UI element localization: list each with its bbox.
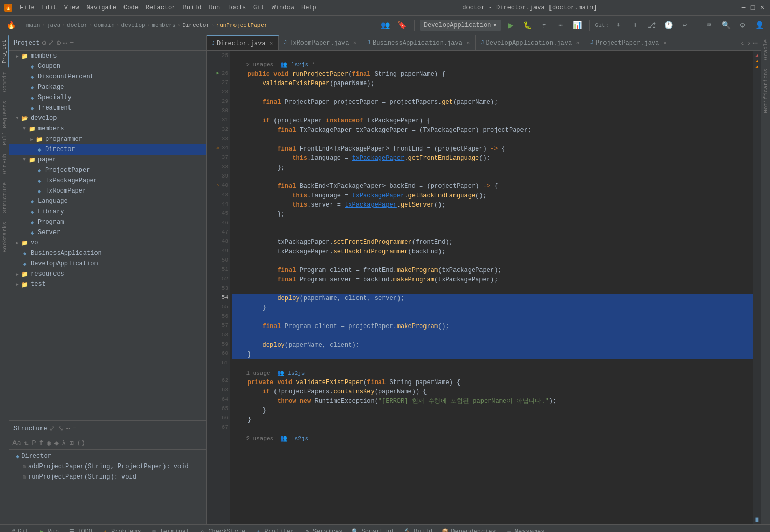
tree-item-businessapp[interactable]: ◆ BusinessApplication bbox=[9, 248, 206, 258]
bottom-tool-build[interactable]: 🔨 Build bbox=[400, 527, 436, 533]
toolbar-people-icon[interactable]: 👥 bbox=[379, 19, 392, 32]
breadcrumb-develop[interactable]: develop bbox=[121, 22, 145, 29]
more-run-button[interactable]: ⋯ bbox=[554, 19, 568, 32]
git-push-button[interactable]: ⬆ bbox=[628, 19, 642, 32]
tab-txroompaper-java[interactable]: J TxRoomPaper.java × bbox=[279, 35, 362, 50]
menu-code[interactable]: Code bbox=[120, 3, 142, 12]
struct-filter-lambda[interactable]: λ bbox=[61, 439, 67, 447]
tree-item-develop[interactable]: ▼ 📂 develop bbox=[9, 113, 206, 124]
project-gear-icon[interactable]: ⚙ bbox=[57, 38, 61, 47]
bottom-tool-run[interactable]: ▶ Run bbox=[34, 527, 63, 533]
tab-close-director[interactable]: × bbox=[270, 40, 273, 47]
bottom-tool-profiler[interactable]: ⚡ Profiler bbox=[251, 527, 298, 533]
struct-filter-angle[interactable]: ⟨⟩ bbox=[76, 439, 87, 447]
code-content[interactable]: 2 usages 👥 ls2js * public void runProjec… bbox=[230, 51, 753, 524]
tab-nav-right[interactable]: › bbox=[747, 39, 751, 47]
search-button[interactable]: 🔍 bbox=[719, 19, 733, 32]
tab-github[interactable]: GitHub bbox=[1, 149, 9, 179]
debug-button[interactable]: 🐛 bbox=[521, 19, 534, 32]
project-close-icon[interactable]: − bbox=[70, 38, 74, 47]
struct-item-run[interactable]: m runProjectPaper(String): void bbox=[9, 472, 206, 482]
struct-item-add[interactable]: m addProjectPaper(String, ProjectPaper):… bbox=[9, 461, 206, 472]
breadcrumb-java[interactable]: java bbox=[47, 22, 60, 29]
structure-close-icon[interactable]: − bbox=[72, 424, 76, 433]
tab-pull-requests[interactable]: Pull Requests bbox=[1, 97, 9, 149]
tree-item-server[interactable]: ◆ Server bbox=[9, 227, 206, 238]
run-config-dropdown[interactable]: DevelopApplication ▾ bbox=[420, 20, 501, 31]
project-options-icon[interactable]: ⋯ bbox=[63, 38, 67, 47]
struct-sort-type[interactable]: ⇅ bbox=[23, 439, 30, 447]
tab-bookmarks[interactable]: Bookmarks bbox=[1, 217, 9, 256]
breadcrumb-method[interactable]: runProjectPaper bbox=[216, 22, 268, 29]
tree-item-developapp[interactable]: ◆ DevelopApplication bbox=[9, 258, 206, 269]
run-button[interactable]: ▶ bbox=[504, 19, 518, 32]
right-tab-notifications[interactable]: Notifications bbox=[762, 64, 770, 117]
account-button[interactable]: 👤 bbox=[752, 19, 766, 32]
structure-expand-icon[interactable]: ⤢ bbox=[49, 424, 56, 433]
struct-filter-diamond[interactable]: ◆ bbox=[53, 439, 60, 447]
git-update-button[interactable]: ⬇ bbox=[612, 19, 625, 32]
tree-item-develop-members[interactable]: ▼ 📁 members bbox=[9, 124, 206, 134]
menu-edit[interactable]: Edit bbox=[39, 3, 60, 12]
menu-run[interactable]: Run bbox=[205, 3, 223, 12]
close-button[interactable]: × bbox=[759, 4, 766, 11]
settings-button[interactable]: ⚙ bbox=[736, 19, 749, 32]
tree-item-paper[interactable]: ▼ 📁 paper bbox=[9, 155, 206, 165]
tab-businessapp-java[interactable]: J BusinessApplication.java × bbox=[362, 35, 475, 50]
tree-item-txpackagepaper[interactable]: ◆ TxPackagePaper bbox=[9, 175, 206, 186]
menu-refactor[interactable]: Refactor bbox=[143, 3, 179, 12]
menu-file[interactable]: File bbox=[17, 3, 38, 12]
bottom-tool-dependencies[interactable]: 📦 Dependencies bbox=[437, 527, 500, 533]
menu-window[interactable]: Window bbox=[269, 3, 297, 12]
tree-item-library[interactable]: ◆ Library bbox=[9, 207, 206, 217]
bottom-tool-messages[interactable]: ✉ Messages bbox=[501, 527, 549, 533]
git-history-button[interactable]: 🕐 bbox=[662, 19, 675, 32]
tree-item-projectpaper[interactable]: ◆ ProjectPaper bbox=[9, 165, 206, 175]
breadcrumb-doctor[interactable]: doctor bbox=[67, 22, 88, 29]
bottom-tool-todo[interactable]: ☰ TODO bbox=[64, 527, 97, 533]
tab-nav-left[interactable]: ‹ bbox=[740, 39, 745, 47]
menu-tools[interactable]: Tools bbox=[224, 3, 249, 12]
tree-item-test[interactable]: ▶ 📁 test bbox=[9, 279, 206, 290]
tree-item-language[interactable]: ◆ Language bbox=[9, 196, 206, 207]
bottom-tool-terminal[interactable]: ⌨ Terminal bbox=[146, 527, 194, 533]
tree-item-treatment[interactable]: ◆ Treatment bbox=[9, 103, 206, 113]
structure-restore-icon[interactable]: ⤡ bbox=[58, 424, 64, 433]
tree-item-package[interactable]: ◆ Package bbox=[9, 82, 206, 92]
tab-developapp-java[interactable]: J DevelopApplication.java × bbox=[476, 35, 585, 50]
tree-item-vo[interactable]: ▶ 📁 vo bbox=[9, 238, 206, 248]
menu-view[interactable]: View bbox=[61, 3, 82, 12]
tab-nav-more[interactable]: ⋯ bbox=[753, 38, 758, 47]
translate-button[interactable]: ⌨ bbox=[703, 19, 716, 32]
tab-commit[interactable]: Commit bbox=[1, 67, 9, 97]
toolbar-bookmark-icon[interactable]: 🔖 bbox=[395, 19, 409, 32]
menu-git[interactable]: Git bbox=[250, 3, 268, 12]
tree-item-program[interactable]: ◆ Program bbox=[9, 217, 206, 227]
tab-close-da[interactable]: × bbox=[576, 40, 580, 46]
menu-build[interactable]: Build bbox=[180, 3, 204, 12]
maximize-button[interactable]: □ bbox=[749, 4, 757, 11]
tab-projectpaper-java[interactable]: J ProjectPaper.java × bbox=[585, 35, 672, 50]
menu-bar[interactable]: File Edit View Navigate Code Refactor Bu… bbox=[17, 3, 320, 12]
tree-item-members-top[interactable]: ▶ 📁 members bbox=[9, 51, 206, 61]
tab-project[interactable]: Project bbox=[0, 35, 9, 67]
coverage-button[interactable]: ☂ bbox=[538, 19, 551, 32]
tab-director-java[interactable]: J Director.java × bbox=[207, 35, 279, 50]
struct-filter-fields[interactable]: f bbox=[38, 439, 45, 447]
breadcrumb-domain[interactable]: domain bbox=[94, 22, 115, 29]
tree-item-programmer[interactable]: ▶ 📁 programmer bbox=[9, 134, 206, 144]
struct-filter-public[interactable]: P bbox=[31, 439, 37, 447]
project-expand-icon[interactable]: ⤢ bbox=[48, 38, 54, 47]
minimize-button[interactable]: − bbox=[740, 4, 747, 11]
bottom-tool-services[interactable]: ⚙ Services bbox=[299, 527, 347, 533]
profile-button[interactable]: 📊 bbox=[571, 19, 584, 32]
tab-close-txroom[interactable]: × bbox=[353, 40, 356, 46]
tree-item-specialty[interactable]: ◆ Specialty bbox=[9, 92, 206, 103]
tab-close-pp2[interactable]: × bbox=[663, 40, 667, 46]
tree-item-director[interactable]: ◆ Director bbox=[9, 144, 206, 155]
menu-help[interactable]: Help bbox=[298, 3, 320, 12]
bottom-tool-git[interactable]: ⎇ Git bbox=[4, 527, 33, 533]
project-sync-icon[interactable]: ⚙ bbox=[42, 38, 46, 47]
git-rollback-button[interactable]: ↩ bbox=[678, 19, 692, 32]
breadcrumb-main[interactable]: main bbox=[26, 22, 40, 29]
